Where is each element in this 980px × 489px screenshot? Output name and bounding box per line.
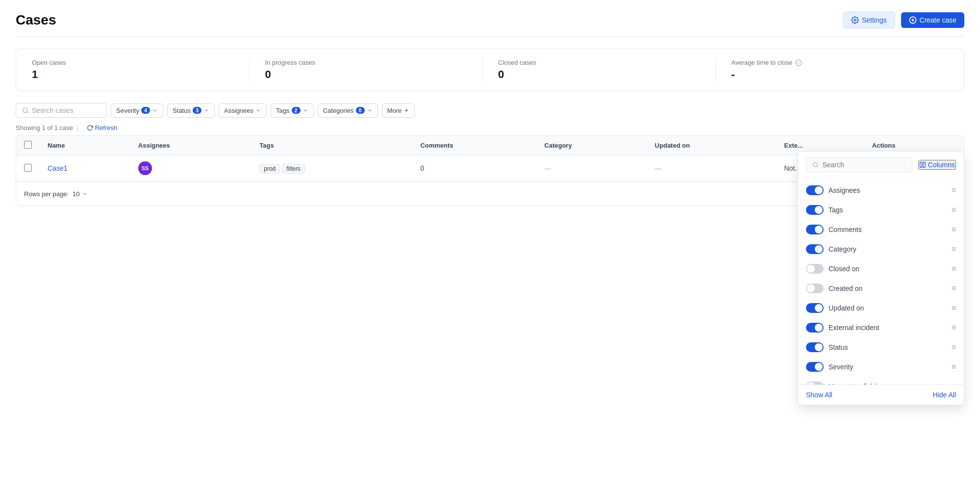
column-label: Updated on — [829, 304, 864, 312]
case-link[interactable]: Case1 — [48, 164, 67, 172]
dropdown-footer: Show All Hide All — [798, 385, 964, 405]
drag-handle-icon: ≡ — [952, 225, 956, 234]
toggle-knob — [815, 186, 823, 194]
dropdown-item-left: Assignees — [806, 185, 860, 195]
dropdown-item-left: My custom field — [806, 382, 876, 385]
chevron-down-icon — [203, 107, 209, 113]
settings-label: Settings — [862, 16, 887, 24]
dropdown-item[interactable]: My custom field ≡ — [798, 377, 964, 385]
toggle-knob — [807, 265, 815, 273]
column-toggle[interactable] — [806, 264, 824, 274]
hide-all-button[interactable]: Hide All — [933, 391, 956, 399]
dropdown-item-left: Created on — [806, 283, 862, 293]
dropdown-search-input[interactable] — [823, 161, 906, 169]
search-icon — [812, 161, 819, 168]
updated-on-cell: — — [647, 155, 777, 181]
create-case-button[interactable]: Create case — [901, 12, 964, 28]
tag: filters — [282, 164, 305, 174]
more-button[interactable]: More — [382, 103, 415, 118]
open-cases-label: Open cases — [32, 59, 233, 66]
columns-icon — [919, 161, 926, 168]
column-toggle[interactable] — [806, 323, 824, 333]
updated-on-header: Updated on — [647, 136, 777, 155]
column-toggle[interactable] — [806, 244, 824, 254]
chevron-down-icon — [255, 107, 261, 113]
column-toggle[interactable] — [806, 185, 824, 195]
svg-rect-14 — [923, 162, 925, 168]
assignees-header: Assignees — [130, 136, 251, 155]
column-toggle[interactable] — [806, 362, 824, 372]
settings-icon — [851, 16, 859, 24]
dropdown-item[interactable]: External incident ≡ — [798, 318, 964, 337]
column-label: Category — [829, 245, 856, 253]
drag-handle-icon: ≡ — [952, 245, 956, 254]
chevron-down-icon — [367, 107, 373, 113]
avg-time-label: Average time to close — [731, 59, 933, 66]
column-label: Created on — [829, 284, 862, 292]
toggle-knob — [807, 383, 815, 385]
stat-closed: Closed cases 0 — [482, 59, 715, 81]
dropdown-header: Columns — [798, 152, 964, 179]
toggle-knob — [815, 343, 823, 351]
column-toggle[interactable] — [806, 303, 824, 313]
search-box[interactable] — [16, 103, 107, 118]
rows-per-page-label: Rows per page: — [24, 190, 69, 198]
dropdown-item[interactable]: Status ≡ — [798, 337, 964, 357]
columns-button[interactable]: Columns — [918, 160, 956, 170]
dropdown-item[interactable]: Closed on ≡ — [798, 259, 964, 279]
filters-row: Severity 4 Status 3 Assignees Tags 2 Cat… — [16, 103, 964, 118]
dropdown-item[interactable]: Category ≡ — [798, 239, 964, 259]
column-toggle[interactable] — [806, 382, 824, 385]
tags-filter[interactable]: Tags 2 — [271, 103, 314, 118]
closed-label: Closed cases — [498, 59, 700, 66]
showing-area: Showing 1 of 1 case | Refresh — [16, 124, 117, 131]
dropdown-item[interactable]: Tags ≡ — [798, 200, 964, 220]
dropdown-search-box[interactable] — [806, 157, 912, 172]
dropdown-item-left: Category — [806, 244, 856, 254]
drag-handle-icon: ≡ — [952, 323, 956, 332]
column-toggle[interactable] — [806, 283, 824, 293]
drag-handle-icon: ≡ — [952, 362, 956, 371]
rows-per-page-value: 10 — [73, 190, 79, 198]
sub-row: Showing 1 of 1 case | Refresh — [16, 124, 964, 131]
column-label: Severity — [829, 363, 854, 371]
stats-row: Open cases 1 In progress cases 0 Closed … — [16, 49, 964, 91]
assignees-filter[interactable]: Assignees — [219, 103, 267, 118]
row-checkbox[interactable] — [24, 164, 32, 172]
status-filter[interactable]: Status 3 — [167, 103, 215, 118]
dropdown-item[interactable]: Assignees ≡ — [798, 180, 964, 200]
show-all-button[interactable]: Show All — [806, 391, 832, 399]
header-actions: Settings Create case — [843, 12, 964, 28]
stat-avg-time: Average time to close - — [715, 59, 949, 81]
tags-badge: 2 — [292, 107, 301, 114]
dropdown-item[interactable]: Updated on ≡ — [798, 298, 964, 318]
toggle-knob — [815, 304, 823, 312]
column-label: External incident — [829, 324, 879, 332]
rows-per-page[interactable]: Rows per page: 10 — [24, 190, 88, 198]
in-progress-label: In progress cases — [265, 59, 467, 66]
column-toggle[interactable] — [806, 205, 824, 215]
refresh-button[interactable]: Refresh — [87, 124, 118, 131]
drag-handle-icon: ≡ — [952, 186, 956, 195]
svg-point-7 — [23, 108, 27, 112]
settings-button[interactable]: Settings — [843, 12, 895, 28]
svg-rect-13 — [920, 162, 922, 168]
avatar: SS — [138, 161, 152, 175]
dropdown-item-left: Status — [806, 342, 848, 352]
categories-filter[interactable]: Categories 0 — [318, 103, 378, 118]
dropdown-item[interactable]: Comments ≡ — [798, 220, 964, 239]
search-input[interactable] — [32, 106, 101, 114]
categories-badge: 0 — [356, 107, 365, 114]
dropdown-item[interactable]: Severity ≡ — [798, 357, 964, 377]
avg-time-value: - — [731, 68, 933, 81]
search-icon — [22, 107, 29, 114]
toggle-knob — [815, 324, 823, 332]
in-progress-value: 0 — [265, 68, 467, 81]
column-toggle[interactable] — [806, 225, 824, 234]
assignees-cell: SS — [130, 155, 251, 181]
select-all-checkbox[interactable] — [24, 141, 32, 149]
severity-filter[interactable]: Severity 4 — [111, 103, 163, 118]
status-badge: 3 — [193, 107, 201, 114]
dropdown-item[interactable]: Created on ≡ — [798, 279, 964, 298]
column-toggle[interactable] — [806, 342, 824, 352]
